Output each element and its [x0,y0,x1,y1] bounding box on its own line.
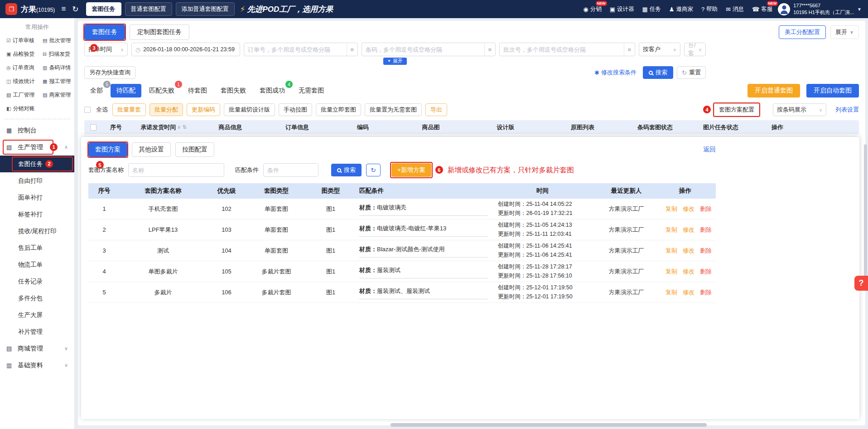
scheme-condition[interactable]: 材质：电镀玻璃壳 [356,202,492,216]
edit-action[interactable]: 修改 [683,205,694,212]
sidebar-item-pickup-lastmile-print[interactable]: 揽收/尾程打印 [0,223,74,239]
toolbar-button-4[interactable]: 手动拉图 [279,103,312,116]
header-menu-item-0[interactable]: ◉分销NEW [583,5,601,13]
header-tab-0[interactable]: 套图任务 [86,2,121,16]
edit-action[interactable]: 修改 [683,247,694,254]
quick-link-4[interactable]: ◎订单查询 [6,64,43,72]
art-assign-config-button[interactable]: 美工分配配置 [779,25,826,39]
select-all-checkbox[interactable] [84,107,91,113]
date-range-input[interactable]: ◷ 2026-01-18 00:00-2026-01-21 23:59 [131,43,240,56]
toolbar-button-7[interactable]: 导出 [425,103,447,116]
batch-input-icon[interactable]: ≡ [484,43,492,56]
order-no-input[interactable] [248,46,344,53]
edit-action[interactable]: 修改 [683,226,694,233]
sidebar-item-multi-piece-pack[interactable]: 多件分包 [0,290,74,307]
quick-link-10[interactable]: ◧分销对账 [6,105,43,112]
sidebar-item-label-reprint[interactable]: 标签补打 [0,206,74,223]
delete-action[interactable]: 删除 [700,247,711,254]
save-quick-query-button[interactable]: 另存为快捷查询 [84,66,135,79]
quick-link-3[interactable]: ⊟扫描发货 [43,50,72,58]
scheme-condition[interactable]: 材质：Blazar-测试颜色-测试使用 [356,244,492,258]
delete-action[interactable]: 删除 [700,226,711,233]
status-tab-4[interactable]: 套图失败 [215,84,252,98]
scheme-condition[interactable]: 材质：电镀玻璃壳-电镀红-苹果13 [356,223,492,237]
toolbar-button-2[interactable]: 更新编码 [187,103,220,116]
tab-custom-package-task[interactable]: 定制图套图任务 [130,24,189,40]
batch-input-icon[interactable]: ≡ [624,43,631,56]
sidebar-item-logistics-ticket[interactable]: 物流工单 [0,256,74,273]
open-auto-package-button[interactable]: 开启自动套图 [806,84,859,98]
edit-action[interactable]: 修改 [683,268,694,275]
tab-other-settings[interactable]: 其他设置 [132,142,171,157]
copy-action[interactable]: 复制 [665,268,677,275]
add-scheme-button[interactable]: +新增方案 6 [391,163,431,177]
sort-icon[interactable]: ⇅ [182,124,186,130]
toolbar-button-1[interactable]: 批量分配 [149,103,183,116]
expand-toggle[interactable]: 展开 ▼ [830,25,859,39]
header-menu-item-3[interactable]: ♟邀商家 [669,5,693,13]
open-normal-package-button[interactable]: 开启普通套图 [747,84,800,98]
toolbar-button-0[interactable]: 批量重套 [112,103,146,116]
header-menu-item-6[interactable]: ☎客服NEW [752,5,772,13]
sidebar-item-basic-data[interactable]: ▥基础资料∨ [0,357,74,374]
customer-mode-select[interactable]: 按客户 ∨ [639,43,680,56]
header-menu-item-4[interactable]: ?帮助 [701,5,718,13]
sidebar-item-task-record[interactable]: 任务记录 [0,273,74,290]
status-tab-0[interactable]: 全部5 [84,84,109,98]
user-dropdown-caret[interactable]: ▼ [857,7,862,12]
toolbar-button-3[interactable]: 批量裁切设计版 [224,103,275,116]
quick-link-0[interactable]: ☑订单审核 [6,37,43,44]
quick-link-1[interactable]: ▤批次管理 [43,37,72,44]
batch-input-icon[interactable]: ≡ [347,43,354,56]
status-tab-5[interactable]: 套图成功4 [254,84,291,98]
quick-link-7[interactable]: ▦报工管理 [43,78,72,85]
condition-input[interactable] [267,167,314,174]
avatar[interactable] [778,3,790,15]
header-checkbox[interactable] [90,124,96,131]
delete-action[interactable]: 删除 [700,205,711,212]
header-menu-item-2[interactable]: ▦任务 [642,5,661,13]
sidebar-item-production-management[interactable]: ▧生产管理∧1 [0,139,74,156]
app-logo[interactable]: ❐ [5,3,17,15]
quick-link-8[interactable]: ▧工厂管理 [6,91,43,99]
toolbar-button-6[interactable]: 批量置为无需套图 [365,103,422,116]
toolbar-button-5[interactable]: 批量立即套图 [316,103,361,116]
reset-button[interactable]: ↻ 重置 [677,66,706,79]
collapse-menu-icon[interactable]: ≡ [61,5,66,14]
panel-search-button[interactable]: 搜索 [331,164,362,176]
back-link[interactable]: 返回 [703,146,716,154]
copy-action[interactable]: 复制 [665,247,677,254]
tab-scheme[interactable]: 套图方案 5 [88,142,127,157]
status-tab-6[interactable]: 无需套图 [293,84,330,98]
sidebar-item-console[interactable]: ▦控制台 [0,122,74,139]
scheme-config-button[interactable]: 套图方案配置 4 [714,103,759,116]
status-tab-1[interactable]: 待匹配 [111,84,141,98]
vertical-scrollbar[interactable] [864,144,867,290]
list-settings-link[interactable]: 列表设置 [835,106,859,114]
search-button[interactable]: 搜索 [643,66,673,79]
refresh-icon[interactable]: ↻ [72,5,78,14]
expand-filters-button[interactable]: ▼ 展开 [383,58,407,65]
chevron-down-icon[interactable]: ∨ [177,124,181,130]
sidebar-item-package-task[interactable]: 套图任务2 [0,156,74,172]
sidebar-item-mall-management[interactable]: ▤商城管理∨ [0,340,74,357]
horizontal-scrollbar[interactable] [391,423,707,427]
sidebar-item-aftersale-ticket[interactable]: 售后工单 [0,239,74,256]
quick-link-5[interactable]: ▥条码详情 [43,64,72,72]
tab-pull-config[interactable]: 拉图配置 [175,142,214,157]
header-menu-item-5[interactable]: ✉消息 [726,5,744,13]
modify-search-link[interactable]: ✱ 修改搜索条件 [594,68,637,77]
header-tab-1[interactable]: 普通套图配置 [125,2,172,16]
copy-action[interactable]: 复制 [665,226,677,233]
user-block[interactable]: 177****5667 10195 H1手机壳（工厂演... ▼ [778,2,862,16]
panel-refresh-button[interactable]: ↻ [366,164,381,176]
display-mode-select[interactable]: 按条码展示 ∨ [773,103,826,116]
sidebar-item-patch-manage[interactable]: 补片管理 [0,323,74,340]
barcode-input[interactable] [366,46,482,53]
edit-action[interactable]: 修改 [683,289,694,296]
sidebar-item-free-print[interactable]: 自由打印 [0,172,74,189]
scheme-condition[interactable]: 材质：服装测试、服装测试 [356,286,492,299]
quick-link-2[interactable]: ▣品检验货 [6,50,43,58]
sidebar-item-waybill-reprint[interactable]: 面单补打 [0,189,74,206]
status-tab-3[interactable]: 待套图 [182,84,213,98]
